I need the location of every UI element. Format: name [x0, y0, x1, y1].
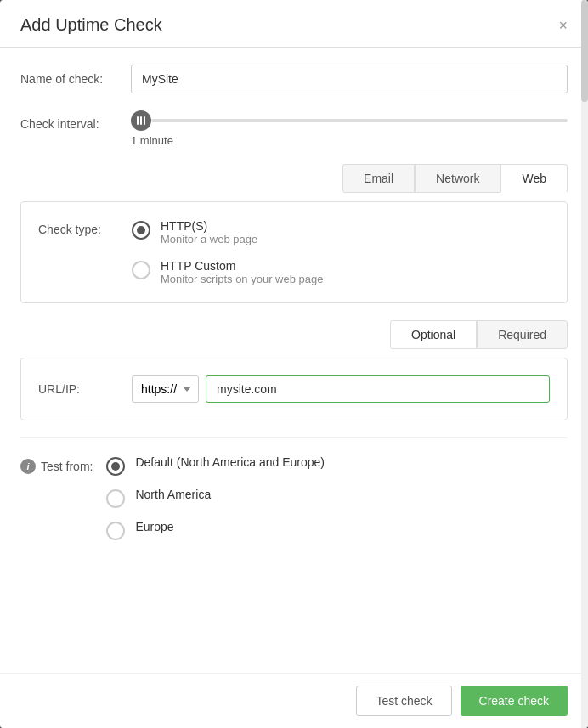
optional-required-tabs: Optional Required — [20, 320, 568, 349]
radio-default-label: Default (North America and Europe) — [135, 455, 325, 469]
tab-optional[interactable]: Optional — [390, 320, 477, 349]
radio-http-custom-sublabel: Monitor scripts on your web page — [161, 273, 323, 285]
name-input-wrapper — [131, 65, 568, 93]
check-type-options: HTTP(S) Monitor a web page HTTP Custom M… — [132, 219, 323, 285]
url-label: URL/IP: — [38, 382, 132, 396]
radio-http-custom-circle[interactable] — [132, 261, 150, 279]
test-check-button[interactable]: Test check — [356, 686, 451, 716]
check-type-label: Check type: — [38, 219, 132, 236]
check-type-tabs: Email Network Web — [20, 164, 568, 193]
interval-value: 1 minute — [131, 134, 173, 147]
scrollbar-thumb[interactable] — [581, 0, 588, 102]
radio-http-custom[interactable]: HTTP Custom Monitor scripts on your web … — [132, 259, 323, 285]
protocol-select[interactable]: https:// http:// — [132, 375, 199, 403]
url-controls: https:// http:// — [132, 375, 550, 403]
test-from-label: Test from: — [41, 460, 93, 473]
radio-europe-label: Europe — [135, 520, 173, 533]
url-input[interactable] — [206, 375, 550, 403]
tab-email[interactable]: Email — [342, 164, 415, 193]
radio-http-custom-text: HTTP Custom Monitor scripts on your web … — [161, 259, 323, 285]
test-from-options: Default (North America and Europe) North… — [106, 455, 325, 540]
radio-north-america-label: North America — [135, 488, 211, 501]
info-icon: i — [20, 459, 36, 474]
test-from-label-group: i Test from: — [20, 455, 93, 474]
radio-north-america-circle[interactable] — [106, 489, 125, 508]
slider-handle[interactable] — [131, 110, 151, 131]
radio-https-text: HTTP(S) Monitor a web page — [161, 219, 257, 245]
close-button[interactable]: × — [558, 18, 568, 33]
radio-default-circle[interactable] — [106, 457, 125, 476]
radio-north-america[interactable]: North America — [106, 488, 325, 508]
radio-default-region[interactable]: Default (North America and Europe) — [106, 455, 325, 476]
radio-https-label: HTTP(S) — [161, 219, 257, 233]
radio-europe[interactable]: Europe — [106, 520, 325, 540]
slider-handle-grip — [137, 116, 145, 125]
tab-required[interactable]: Required — [477, 320, 568, 349]
tab-web[interactable]: Web — [500, 164, 568, 193]
tab-network[interactable]: Network — [415, 164, 500, 193]
check-interval-row: Check interval: 1 minute — [20, 110, 568, 147]
interval-slider-container: 1 minute — [131, 110, 568, 147]
name-of-check-row: Name of check: — [20, 65, 568, 93]
radio-https[interactable]: HTTP(S) Monitor a web page — [132, 219, 323, 245]
scrollbar-track — [581, 0, 588, 728]
dialog-body: Name of check: Check interval: 1 minute — [0, 48, 588, 673]
name-input[interactable] — [131, 65, 568, 93]
add-uptime-check-dialog: Add Uptime Check × Name of check: Check … — [0, 0, 588, 728]
dialog-title: Add Uptime Check — [20, 15, 162, 35]
dialog-header: Add Uptime Check × — [0, 0, 588, 48]
slider-track[interactable] — [151, 119, 568, 122]
radio-http-custom-label: HTTP Custom — [161, 259, 323, 273]
slider-track-wrapper — [131, 110, 568, 131]
test-from-section: i Test from: Default (North America and … — [20, 455, 568, 540]
create-check-button[interactable]: Create check — [461, 686, 568, 716]
radio-https-sublabel: Monitor a web page — [161, 233, 257, 245]
radio-https-circle[interactable] — [132, 221, 150, 240]
radio-europe-circle[interactable] — [106, 522, 125, 540]
url-ip-box: URL/IP: https:// http:// — [20, 358, 568, 420]
interval-label: Check interval: — [20, 110, 131, 131]
name-label: Name of check: — [20, 72, 131, 86]
check-type-box: Check type: HTTP(S) Monitor a web page H… — [20, 201, 568, 303]
divider — [20, 437, 568, 438]
dialog-footer: Test check Create check — [0, 673, 588, 728]
